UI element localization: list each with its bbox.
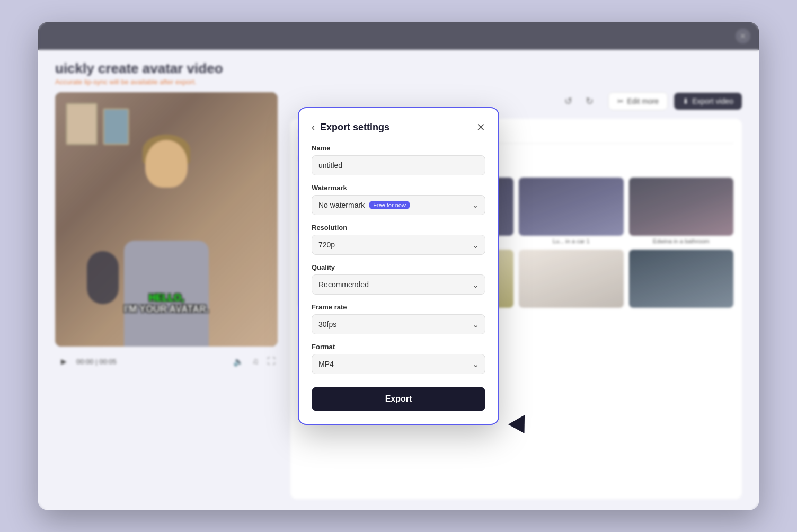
name-label: Name (312, 144, 485, 152)
name-field-group: Name (312, 144, 485, 175)
export-button[interactable]: Export (312, 387, 485, 411)
framerate-field-group: Frame rate 24fps 30fps 60fps (312, 303, 485, 334)
resolution-label: Resolution (312, 224, 485, 232)
framerate-label: Frame rate (312, 303, 485, 311)
app-window: ✕ uickly create avatar video Accurate li… (38, 22, 759, 510)
watermark-field-group: Watermark No watermark Free for now ⌄ (312, 184, 485, 215)
quality-field-group: Quality Low Medium Recommended High (312, 263, 485, 295)
watermark-chevron-icon: ⌄ (472, 201, 479, 209)
format-select[interactable]: MP4 MOV AVI (312, 354, 485, 374)
modal-close-button[interactable]: ✕ (476, 121, 485, 134)
resolution-field-group: Resolution 480p 720p 1080p (312, 224, 485, 255)
framerate-select[interactable]: 24fps 30fps 60fps (312, 314, 485, 334)
watermark-free-badge: Free for now (369, 201, 410, 209)
export-settings-modal: ‹ Export settings ✕ Name Watermark No wa… (298, 107, 499, 425)
watermark-value: No watermark (318, 201, 365, 209)
quality-label: Quality (312, 263, 485, 271)
quality-select[interactable]: Low Medium Recommended High (312, 274, 485, 295)
modal-overlay: ‹ Export settings ✕ Name Watermark No wa… (38, 22, 759, 510)
format-field-group: Format MP4 MOV AVI (312, 343, 485, 374)
cursor-arrow (508, 415, 533, 438)
name-input[interactable] (312, 155, 485, 175)
framerate-select-wrapper: 24fps 30fps 60fps (312, 314, 485, 334)
resolution-select-wrapper: 480p 720p 1080p (312, 235, 485, 255)
format-label: Format (312, 343, 485, 351)
resolution-select[interactable]: 480p 720p 1080p (312, 235, 485, 255)
quality-select-wrapper: Low Medium Recommended High (312, 274, 485, 295)
format-select-wrapper: MP4 MOV AVI (312, 354, 485, 374)
modal-header: ‹ Export settings ✕ (312, 121, 485, 134)
modal-title: Export settings (320, 122, 476, 133)
watermark-value-group: No watermark Free for now (318, 201, 410, 209)
watermark-label: Watermark (312, 184, 485, 192)
modal-back-button[interactable]: ‹ (312, 122, 315, 133)
watermark-select[interactable]: No watermark Free for now ⌄ (312, 195, 485, 215)
